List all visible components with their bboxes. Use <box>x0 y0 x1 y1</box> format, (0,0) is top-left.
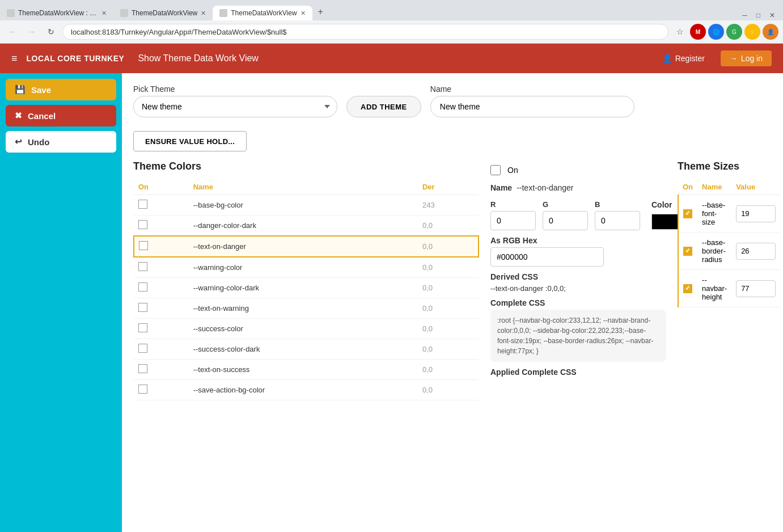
theme-sizes-title: Theme Sizes <box>678 161 780 172</box>
browser-tab-3[interactable]: ThemeDataWorkView ✕ <box>213 6 312 20</box>
r-input[interactable] <box>490 211 536 230</box>
colors-table: On Name Der --base-bg-color 243 --danger… <box>133 179 479 400</box>
size-value-input-2[interactable] <box>736 280 776 297</box>
table-row[interactable]: --danger-color-dark 0,0 <box>134 216 479 237</box>
detail-name-value: --text-on-danger <box>517 183 573 192</box>
size-name-cell-2: --navbar-height <box>697 270 731 307</box>
register-button[interactable]: 👤 Register <box>662 54 705 63</box>
color-on-checkbox-0[interactable] <box>138 200 147 209</box>
browser-tab-1[interactable]: ThemeDataWorkView : ThemeDa... ✕ <box>0 6 113 20</box>
size-on-checkbox-2[interactable]: ✓ <box>683 284 692 293</box>
b-label: B <box>595 200 640 209</box>
size-table-row[interactable]: ✓ --base-border-radius <box>678 233 780 270</box>
sizes-col-name: Name <box>697 179 731 195</box>
close-button[interactable]: ✕ <box>766 10 778 20</box>
navbar-title: Show Theme Data Work View <box>138 53 259 64</box>
profile-icon[interactable]: 👤 <box>763 24 778 40</box>
size-table-row[interactable]: ✓ --base-font-size <box>678 195 780 233</box>
color-on-checkbox-8[interactable] <box>138 364 147 373</box>
color-name-cell-9: --save-action-bg-color <box>189 380 418 400</box>
size-value-input-0[interactable] <box>736 205 776 222</box>
g-input[interactable] <box>543 211 588 230</box>
color-on-checkbox-6[interactable] <box>138 323 147 332</box>
color-on-checkbox-2[interactable] <box>139 241 148 250</box>
browser-tab-2[interactable]: ThemeDataWorkView ✕ <box>113 6 213 20</box>
browser-chrome: ThemeDataWorkView : ThemeDa... ✕ ThemeDa… <box>0 0 783 44</box>
refresh-button[interactable]: ↻ <box>43 24 59 40</box>
save-icon: 💾 <box>15 85 26 95</box>
color-on-checkbox-4[interactable] <box>138 282 147 292</box>
sizes-col-value: Value <box>731 179 780 195</box>
detail-name-row: Name --text-on-danger <box>490 183 666 192</box>
size-name-cell-0: --base-font-size <box>697 195 731 233</box>
table-row[interactable]: --save-action-bg-color 0,0 <box>134 380 479 400</box>
table-row[interactable]: --success-color 0,0 <box>134 319 479 339</box>
sizes-table: On Name Value ✓ --base-font-size ✓ --bas… <box>678 179 780 307</box>
size-on-checkbox-0[interactable]: ✓ <box>683 209 692 218</box>
table-row[interactable]: --text-on-success 0,0 <box>134 360 479 380</box>
toolbar-icons: ☆ M 🌐 G ⚡ 👤 <box>672 24 778 40</box>
hex-input[interactable] <box>490 247 604 267</box>
maximize-button[interactable]: □ <box>753 10 764 20</box>
color-name-cell-1: --danger-color-dark <box>189 216 418 237</box>
table-row[interactable]: --text-on-danger 0,0 <box>134 236 479 257</box>
cancel-button[interactable]: ✖ Cancel <box>6 105 116 126</box>
table-row[interactable]: --text-on-warning 0,0 <box>134 298 479 319</box>
colors-table-wrapper: On Name Der --base-bg-color 243 --danger… <box>133 179 479 400</box>
color-value-cell-2: 0,0 <box>418 236 479 257</box>
content: Pick Theme New theme ADD THEME Name ENSU… <box>122 73 783 532</box>
app: ≡ LOCAL CORE TURNKEY Show Theme Data Wor… <box>0 44 783 532</box>
derived-value: --text-on-danger :0,0,0; <box>490 284 566 293</box>
tab-close-1[interactable]: ✕ <box>101 10 107 17</box>
col-on: On <box>134 179 189 195</box>
extension-icon-4[interactable]: ⚡ <box>744 24 760 40</box>
table-row[interactable]: --warning-color-dark 0,0 <box>134 278 479 298</box>
table-row[interactable]: --warning-color 0,0 <box>134 257 479 278</box>
theme-colors-title: Theme Colors <box>133 161 479 172</box>
size-table-row[interactable]: ✓ --navbar-height <box>678 270 780 307</box>
size-on-checkbox-1[interactable]: ✓ <box>683 247 692 256</box>
table-row[interactable]: --base-bg-color 243 <box>134 195 479 216</box>
theme-select[interactable]: New theme <box>133 96 337 117</box>
extension-icon-3[interactable]: G <box>726 24 742 40</box>
color-on-checkbox-9[interactable] <box>138 385 147 394</box>
save-button[interactable]: 💾 Save <box>6 79 116 100</box>
color-on-checkbox-3[interactable] <box>138 262 147 271</box>
extension-icon-2[interactable]: 🌐 <box>708 24 724 40</box>
color-on-checkbox-5[interactable] <box>138 303 147 312</box>
minimize-button[interactable]: ─ <box>739 10 751 20</box>
detail-on-checkbox[interactable] <box>490 165 501 175</box>
tab-close-3[interactable]: ✕ <box>300 10 306 17</box>
hex-section: As RGB Hex <box>490 236 666 267</box>
menu-icon[interactable]: ≡ <box>11 53 18 65</box>
rgb-row: R G B Color <box>490 200 666 230</box>
name-input[interactable] <box>430 96 634 117</box>
address-bar[interactable] <box>62 24 668 40</box>
size-value-input-1[interactable] <box>736 243 776 260</box>
tab-label-3: ThemeDataWorkView <box>231 9 297 17</box>
undo-button[interactable]: ↩ Undo <box>6 131 116 153</box>
pick-theme-group: Pick Theme New theme <box>133 85 337 117</box>
browser-toolbar: ← → ↻ ☆ M 🌐 G ⚡ 👤 <box>0 20 783 44</box>
pick-theme-section: Pick Theme New theme ADD THEME Name <box>133 85 772 117</box>
hex-label: As RGB Hex <box>490 236 666 245</box>
color-on-checkbox-7[interactable] <box>138 344 147 353</box>
extension-icon-1[interactable]: M <box>690 24 706 40</box>
navbar-brand: LOCAL CORE TURNKEY <box>27 54 125 63</box>
col-der: Der <box>418 179 479 195</box>
back-button[interactable]: ← <box>5 24 20 40</box>
add-theme-button[interactable]: ADD THEME <box>346 96 421 117</box>
color-value-cell-4: 0,0 <box>418 278 479 298</box>
login-button[interactable]: → Log in <box>721 50 772 66</box>
b-input[interactable] <box>595 211 640 230</box>
forward-button[interactable]: → <box>24 24 40 40</box>
applied-css-label: Applied Complete CSS <box>490 368 666 377</box>
cancel-label: Cancel <box>28 111 56 121</box>
tab-close-2[interactable]: ✕ <box>201 10 206 17</box>
ensure-value-button[interactable]: ENSURE VALUE HOLD... <box>133 131 247 151</box>
color-on-checkbox-1[interactable] <box>138 220 147 229</box>
new-tab-button[interactable]: + <box>312 3 329 20</box>
table-row[interactable]: --success-color-dark 0,0 <box>134 339 479 360</box>
bookmark-icon[interactable]: ☆ <box>672 24 688 40</box>
browser-tabs: ThemeDataWorkView : ThemeDa... ✕ ThemeDa… <box>0 0 783 20</box>
